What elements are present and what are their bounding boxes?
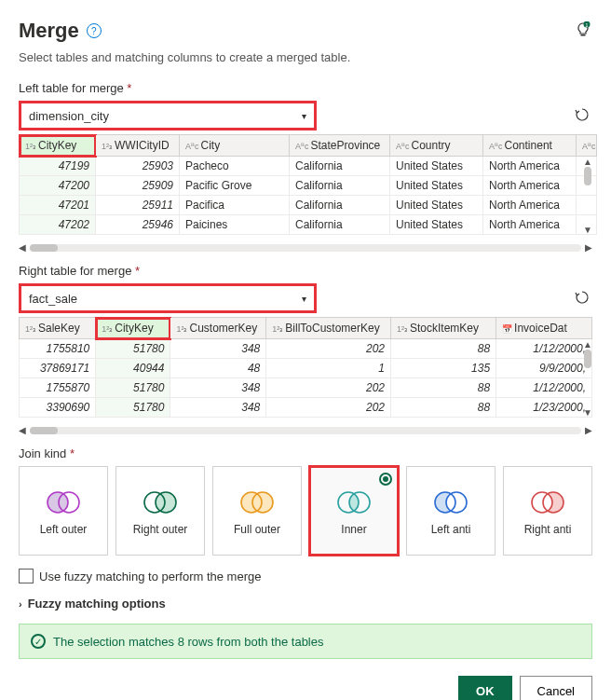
join-kind-label: Join kind * — [19, 446, 592, 460]
column-header-citykey[interactable]: 1²₃CityKey — [96, 318, 170, 339]
ok-button[interactable]: OK — [458, 676, 512, 700]
chevron-right-icon: › — [19, 598, 22, 610]
left-table-preview: 1²₃CityKey 1²₃WWICityID AᴮcCity AᴮcState… — [19, 134, 592, 235]
column-header[interactable]: 1²₃WWICityID — [96, 135, 180, 157]
column-header-more[interactable]: Aᴮc — [577, 135, 597, 157]
table-row: 4720025909Pacific GroveCaliforniaUnited … — [20, 176, 597, 196]
svg-rect-0 — [581, 34, 586, 36]
table-row: 4720225946PaicinesCaliforniaUnited State… — [20, 215, 597, 235]
column-header-citykey[interactable]: 1²₃CityKey — [20, 135, 96, 157]
tips-icon[interactable]: 1 — [574, 21, 592, 40]
column-header[interactable]: AᴮcCountry — [390, 135, 483, 157]
column-header[interactable]: 1²₃CustomerKey — [170, 318, 266, 339]
success-icon: ✓ — [31, 634, 46, 649]
table-header-row: 1²₃CityKey 1²₃WWICityID AᴮcCity AᴮcState… — [20, 135, 597, 157]
table-header-row: 1²₃SaleKey 1²₃CityKey 1²₃CustomerKey 1²₃… — [20, 318, 592, 339]
help-icon[interactable]: ? — [87, 23, 102, 38]
column-header[interactable]: 1²₃StockItemKey — [390, 318, 496, 339]
horizontal-scrollbar[interactable]: ◀▶ — [19, 240, 592, 254]
cancel-button[interactable]: Cancel — [520, 676, 592, 700]
join-full-outer[interactable]: Full outer — [212, 466, 302, 556]
selected-indicator-icon — [379, 473, 392, 486]
fuzzy-options-expander[interactable]: › Fuzzy matching options — [19, 597, 592, 611]
refresh-left-icon[interactable] — [574, 106, 592, 125]
horizontal-scrollbar[interactable]: ◀▶ — [19, 423, 592, 437]
chevron-down-icon: ▾ — [302, 294, 306, 304]
vertical-scrollbar[interactable]: ▲▼ — [581, 157, 594, 235]
column-header[interactable]: 1²₃SaleKey — [20, 318, 96, 339]
join-right-outer[interactable]: Right outer — [115, 466, 205, 556]
join-left-anti[interactable]: Left anti — [406, 466, 496, 556]
join-right-anti[interactable]: Right anti — [503, 466, 592, 556]
table-row: 339069051780348202881/23/2000, — [20, 398, 592, 418]
page-title: Merge — [19, 19, 79, 43]
table-row: 4720125911PacificaCaliforniaUnited State… — [20, 196, 597, 215]
right-table-select[interactable]: fact_sale▾ — [19, 283, 317, 313]
checkbox-icon — [19, 569, 34, 583]
table-row: 4719925903PachecoCaliforniaUnited States… — [20, 157, 597, 176]
subtitle: Select tables and matching columns to cr… — [19, 50, 592, 64]
join-inner[interactable]: Inner — [309, 466, 399, 556]
table-row: 37869171409444811359/9/2000, — [20, 359, 592, 378]
join-left-outer[interactable]: Left outer — [19, 466, 108, 556]
column-header[interactable]: 📅InvoiceDat — [496, 318, 592, 339]
svg-text:1: 1 — [586, 22, 589, 28]
table-row: 175581051780348202881/12/2000, — [20, 339, 592, 359]
left-table-label: Left table for merge * — [19, 81, 592, 95]
chevron-down-icon: ▾ — [302, 111, 306, 121]
right-table-label: Right table for merge * — [19, 264, 592, 278]
column-header[interactable]: AᴮcStateProvince — [290, 135, 390, 157]
right-table-preview: 1²₃SaleKey 1²₃CityKey 1²₃CustomerKey 1²₃… — [19, 317, 592, 418]
refresh-right-icon[interactable] — [574, 289, 592, 308]
table-row: 175587051780348202881/12/2000, — [20, 378, 592, 398]
column-header[interactable]: 1²₃BillToCustomerKey — [266, 318, 391, 339]
column-header[interactable]: AᴮcCity — [180, 135, 290, 157]
vertical-scrollbar[interactable]: ▲▼ — [581, 339, 594, 418]
left-table-select[interactable]: dimension_city▾ — [19, 101, 317, 130]
column-header[interactable]: AᴮcContinent — [483, 135, 577, 157]
status-message: ✓ The selection matches 8 rows from both… — [19, 624, 592, 659]
fuzzy-matching-checkbox[interactable]: Use fuzzy matching to perform the merge — [19, 569, 592, 583]
